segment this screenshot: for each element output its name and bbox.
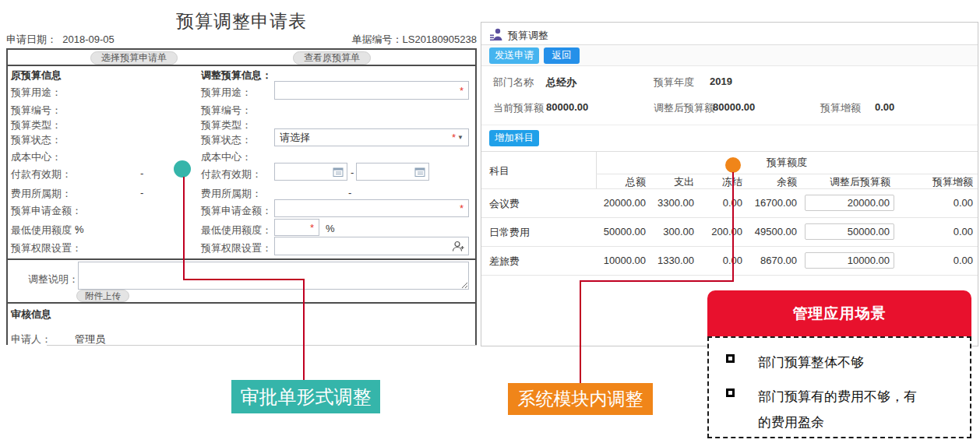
cell-spent: 3300.00: [640, 197, 694, 209]
date-range-separator: -: [351, 167, 354, 178]
cell-total: 50000.00: [560, 226, 646, 237]
table-row: 日常费用 50000.00 300.00 200.00 49500.00 0.0…: [481, 217, 978, 246]
dept-value: 总经办: [546, 76, 576, 90]
orig-minquota-unit: %: [75, 223, 84, 235]
cell-remain: 49500.00: [719, 226, 797, 237]
adj-label-purpose: 预算用途：: [201, 86, 252, 100]
orig-label-permission: 预算权限设置：: [11, 241, 82, 255]
budget-increase-label: 预算增额: [820, 101, 861, 115]
cell-adjusted-input[interactable]: [805, 252, 894, 269]
col-subject-header: 科目: [489, 164, 509, 178]
amount-input[interactable]: *: [274, 199, 469, 217]
square-bullet-icon: [726, 354, 735, 363]
section-divider: [8, 258, 475, 260]
user-list-icon: [489, 27, 503, 44]
apply-date-label: 申请日期：: [6, 33, 57, 45]
cell-adjusted-input[interactable]: [805, 195, 894, 211]
cell-spent: 1330.00: [640, 255, 694, 266]
original-section-title: 原预算信息: [11, 69, 62, 83]
scenario-item: 部门预算有的费用不够，有的费用盈余: [724, 384, 961, 435]
connector-line: [580, 280, 734, 282]
panel-toolbar: 发送申请 返回: [481, 45, 978, 66]
add-subject-button[interactable]: 增加科目: [489, 130, 539, 146]
orig-payperiod-value: -: [140, 167, 143, 179]
orig-label-amount: 预算申请金额：: [11, 204, 82, 218]
panel-title: 预算调整: [508, 29, 548, 43]
orig-label-expperiod: 费用所属期：: [11, 187, 72, 201]
adj-label-payperiod: 付款有效期：: [201, 167, 262, 181]
view-original-budget-button[interactable]: 查看原预算单: [293, 51, 371, 65]
orig-label-minquota: 最低使用额度：: [11, 223, 82, 237]
status-select[interactable]: 请选择 * ▼: [274, 128, 469, 146]
pay-period-start-input[interactable]: [274, 163, 347, 181]
calendar-icon[interactable]: [414, 167, 425, 177]
purpose-input[interactable]: *: [274, 81, 469, 100]
orig-label-payperiod: 付款有效期：: [11, 167, 72, 181]
orange-marker-dot: [725, 157, 741, 173]
cell-increase: 0.00: [908, 226, 973, 237]
adj-minquota-unit: %: [326, 223, 335, 234]
permission-input[interactable]: [274, 237, 469, 255]
orig-label-type: 预算类型：: [11, 118, 62, 132]
cell-total: 10000.00: [560, 255, 646, 266]
remark-textarea[interactable]: [78, 262, 469, 290]
screenshot-canvas: 预算调整申请表 申请日期： 2018-09-05 单据编号：LS20180905…: [0, 0, 980, 443]
scenario-item: 部门预算整体不够: [724, 350, 961, 375]
scenario-list-box: 部门预算整体不够 部门预算有的费用不够，有的费用盈余: [707, 336, 971, 438]
module-adjust-callout: 系统模块内调整: [508, 383, 653, 415]
panel-divider: [481, 125, 978, 125]
applicant-underline: [47, 345, 477, 346]
section-divider: [8, 302, 475, 304]
applicant-label: 申请人：: [11, 332, 51, 346]
cell-subject: 会议费: [489, 197, 520, 211]
cell-subject: 日常费用: [489, 226, 530, 240]
panel-header: 预算调整: [481, 23, 978, 45]
adjusted-budget-value: 80000.00: [713, 101, 755, 113]
apply-date: 申请日期： 2018-09-05: [6, 33, 115, 47]
pay-period-end-input[interactable]: [356, 163, 429, 181]
adj-label-amount: 预算申请金额：: [201, 204, 272, 218]
adj-label-costcenter: 成本中心：: [201, 150, 252, 164]
cell-spent: 300.00: [640, 226, 694, 237]
group-header: 预算额度: [596, 156, 978, 170]
col-total-header: 总额: [560, 175, 646, 189]
form-button-row: 选择预算申请单 查看原预算单: [8, 50, 475, 66]
form-adjust-callout: 审批单形式调整: [231, 380, 380, 413]
cell-adjusted-input[interactable]: [805, 223, 894, 240]
adj-expperiod-value: -: [348, 187, 351, 199]
select-budget-request-button[interactable]: 选择预算申请单: [90, 51, 178, 65]
scenario-item-text: 部门预算有的费用不够，有的费用盈余: [758, 384, 928, 435]
status-select-value: 请选择: [280, 131, 310, 145]
adj-label-number: 预算编号：: [201, 104, 252, 118]
budget-form-box: 选择预算申请单 查看原预算单 原预算信息 调整预算信息： 预算用途： 预算编号：…: [6, 48, 477, 345]
min-quota-input[interactable]: *: [274, 219, 319, 236]
send-request-button[interactable]: 发送申请: [489, 47, 539, 64]
year-label: 预算年度: [654, 76, 694, 90]
connector-line: [183, 177, 185, 279]
col-remain-header: 余额: [719, 175, 797, 189]
col-spent-header: 支出: [640, 175, 694, 189]
year-value: 2019: [710, 76, 732, 87]
minquota-required-mark: *: [310, 222, 314, 234]
attachment-upload-button[interactable]: 附件上传: [76, 290, 129, 302]
cell-subject: 差旅费: [489, 255, 520, 269]
apply-date-value: 2018-09-05: [62, 33, 115, 45]
user-add-icon[interactable]: [452, 241, 464, 252]
cell-remain: 8670.00: [719, 255, 797, 266]
audit-section-title: 审核信息: [11, 308, 51, 322]
adjust-section-title: 调整预算信息：: [201, 69, 272, 83]
dept-label: 部门名称: [493, 76, 534, 90]
scenario-item-text: 部门预算整体不够: [758, 350, 928, 375]
chevron-down-icon: ▼: [457, 134, 464, 141]
back-button[interactable]: 返回: [544, 47, 580, 64]
calendar-icon[interactable]: [333, 167, 344, 177]
adj-label-type: 预算类型：: [201, 118, 252, 132]
connector-line: [183, 279, 305, 280]
orig-label-status: 预算状态：: [11, 133, 62, 147]
doc-no-label: 单据编号：: [352, 33, 403, 45]
adj-label-minquota: 最低使用额度：: [201, 223, 272, 237]
form-meta-row: 申请日期： 2018-09-05 单据编号：LS20180905238: [6, 33, 477, 47]
amount-required-mark: *: [460, 202, 464, 214]
connector-line: [580, 280, 581, 383]
status-required-mark: *: [452, 132, 456, 143]
